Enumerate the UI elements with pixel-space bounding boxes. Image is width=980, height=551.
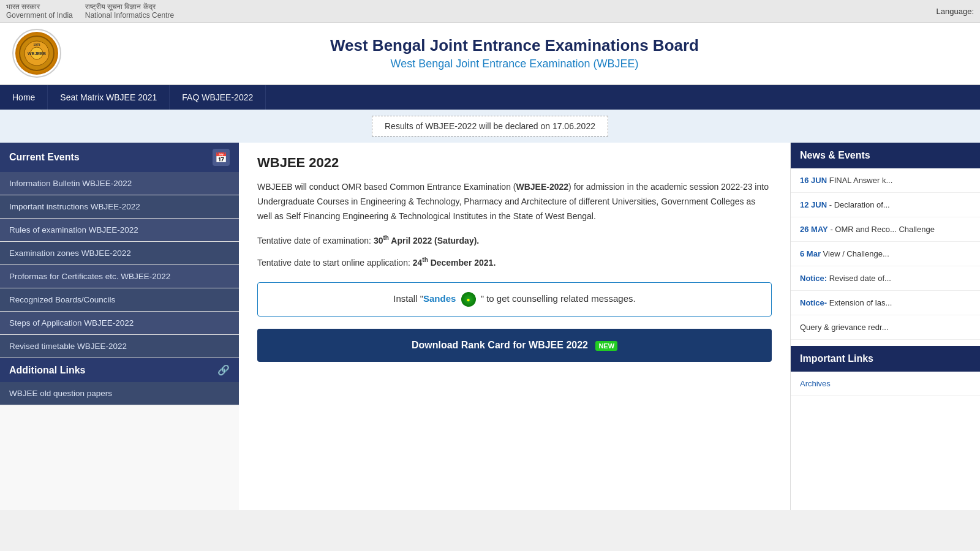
news-item-2[interactable]: 26 MAY - OMR and Reco... Challenge: [791, 217, 980, 242]
sandes-prefix: Install ": [393, 293, 423, 304]
news-date-2: 26 MAY: [800, 225, 828, 234]
sidebar-item-5[interactable]: Recognized Boards/Councils: [0, 288, 239, 312]
sidebar-item-3[interactable]: Examination zones WBJEE-2022: [0, 242, 239, 265]
language-selector[interactable]: Language:: [937, 7, 974, 16]
nav-home[interactable]: Home: [0, 85, 48, 110]
left-sidebar: Current Events 📅 Information Bulletin WB…: [0, 143, 239, 510]
org1-english: Government of India: [6, 11, 73, 20]
top-bar-left: भारत सरकारGovernment of India राष्ट्रीय …: [6, 2, 174, 20]
header-titles: West Bengal Joint Entrance Examinations …: [61, 36, 968, 70]
link-icon: 🔗: [217, 364, 230, 376]
news-text-5: Extension of las...: [829, 298, 892, 307]
news-item-6[interactable]: Query & grievance redr...: [791, 315, 980, 340]
news-text-1: - Declaration of...: [829, 200, 890, 209]
announcement-bar: Results of WBJEE-2022 will be declared o…: [0, 110, 980, 143]
news-text-3: View / Challenge...: [823, 249, 889, 258]
sidebar-item-6[interactable]: Steps of Application WBJEE-2022: [0, 312, 239, 335]
calendar-icon: 📅: [213, 149, 230, 166]
sandes-suffix: " to get counselling related messages.: [481, 293, 636, 304]
exam-date: 30th April 2022 (Saturday).: [374, 236, 479, 246]
top-bar: भारत सरकारGovernment of India राष्ट्रीय …: [0, 0, 980, 23]
right-sidebar: News & Events 16 JUN FINAL Answer k... 1…: [790, 143, 980, 510]
app-date-line: Tentative date to start online applicati…: [257, 255, 772, 270]
sandes-icon: [461, 292, 476, 307]
news-item-3[interactable]: 6 Mar View / Challenge...: [791, 242, 980, 266]
content-title: WBJEE 2022: [257, 155, 772, 171]
news-date-4: Notice:: [800, 274, 827, 283]
org1-hindi: भारत सरकारGovernment of India: [6, 2, 73, 20]
new-badge: NEW: [595, 341, 617, 351]
org2-hindi: राष्ट्रीय सूचना विज्ञान केंद्रNational I…: [85, 2, 174, 20]
logo-container: WBJEEB 1975: [12, 29, 61, 78]
sidebar-item-0[interactable]: Information Bulletin WBJEE-2022: [0, 172, 239, 195]
important-links-header: Important Links: [791, 346, 980, 372]
announcement-text: Results of WBJEE-2022 will be declared o…: [372, 116, 608, 137]
additional-links-header: Additional Links 🔗: [0, 358, 239, 382]
logo-emblem: WBJEEB 1975: [15, 32, 58, 75]
news-text-4: Revised date of...: [829, 274, 891, 283]
sandes-install-box[interactable]: Install "Sandes " to get counselling rel…: [257, 282, 772, 317]
sidebar-item-7[interactable]: Revised timetable WBJEE-2022: [0, 335, 239, 358]
news-date-0: 16 JUN: [800, 176, 827, 185]
nav-bar: Home Seat Matrix WBJEE 2021 FAQ WBJEE-20…: [0, 85, 980, 110]
svg-text:WBJEEB: WBJEEB: [28, 51, 46, 56]
header-title-sub: West Bengal Joint Entrance Examination (…: [61, 58, 968, 70]
news-text-6: Query & grievance redr...: [800, 323, 889, 332]
additional-links-item-0[interactable]: WBJEE old question papers: [0, 382, 239, 405]
sidebar-item-1[interactable]: Important instructions WBJEE-2022: [0, 195, 239, 219]
header: WBJEEB 1975 West Bengal Joint Entrance E…: [0, 23, 980, 85]
exam-date-prefix: Tentative date of examination:: [257, 236, 371, 246]
additional-links-label: Additional Links: [9, 365, 85, 376]
news-item-1[interactable]: 12 JUN - Declaration of...: [791, 193, 980, 217]
svg-text:1975: 1975: [33, 43, 40, 47]
para1-prefix: WBJEEB will conduct OMR based Common Ent…: [257, 182, 516, 192]
sidebar-item-2[interactable]: Rules of examination WBJEE-2022: [0, 219, 239, 242]
exam-date-line: Tentative date of examination: 30th Apri…: [257, 233, 772, 248]
news-item-0[interactable]: 16 JUN FINAL Answer k...: [791, 168, 980, 193]
news-date-1: 12 JUN: [800, 200, 827, 209]
download-rank-card-button[interactable]: Download Rank Card for WBJEE 2022 NEW: [257, 329, 772, 362]
news-text-0: FINAL Answer k...: [829, 176, 893, 185]
news-text-2: - OMR and Reco... Challenge: [830, 225, 935, 234]
news-item-4[interactable]: Notice: Revised date of...: [791, 266, 980, 291]
current-events-label: Current Events: [9, 152, 80, 163]
header-title-main: West Bengal Joint Entrance Examinations …: [61, 36, 968, 55]
news-events-header: News & Events: [791, 143, 980, 168]
current-events-header: Current Events 📅: [0, 143, 239, 172]
main-layout: Current Events 📅 Information Bulletin WB…: [0, 143, 980, 510]
news-date-5: Notice-: [800, 298, 827, 307]
para1-bold: WBJEE-2022: [516, 182, 569, 192]
download-btn-text: Download Rank Card for WBJEE 2022: [412, 340, 588, 350]
org2-english: National Informatics Centre: [85, 11, 174, 20]
app-date-prefix: Tentative date to start online applicati…: [257, 258, 410, 268]
nav-seat-matrix[interactable]: Seat Matrix WBJEE 2021: [48, 85, 170, 110]
main-para1: WBJEEB will conduct OMR based Common Ent…: [257, 180, 772, 223]
app-date: 24th December 2021.: [413, 258, 496, 268]
language-label: Language:: [937, 7, 974, 16]
nav-faq[interactable]: FAQ WBJEE-2022: [170, 85, 266, 110]
news-item-5[interactable]: Notice- Extension of las...: [791, 291, 980, 315]
main-content: WBJEE 2022 WBJEEB will conduct OMR based…: [239, 143, 790, 510]
sidebar-item-4[interactable]: Proformas for Certificates etc. WBJEE-20…: [0, 265, 239, 288]
archives-link[interactable]: Archives: [791, 372, 980, 396]
sandes-name: Sandes: [423, 293, 456, 304]
news-date-3: 6 Mar: [800, 249, 821, 258]
